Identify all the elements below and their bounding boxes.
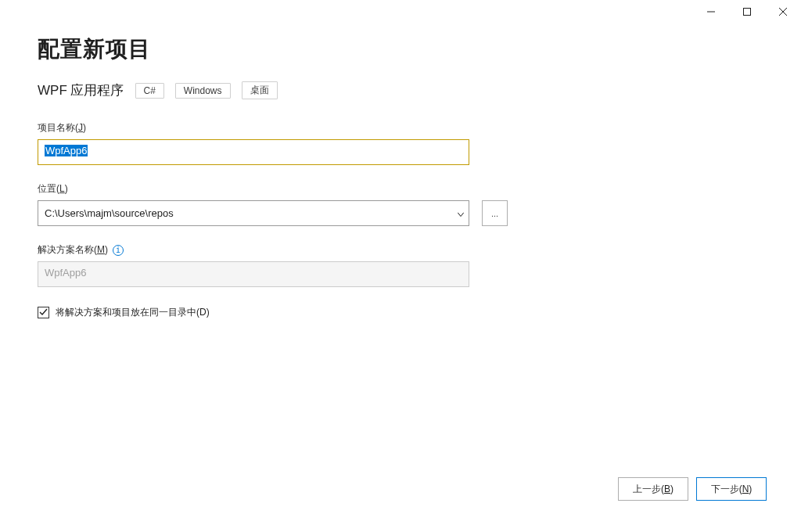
label-hotkey: M <box>97 244 105 255</box>
project-name-field: 项目名称(J) WpfApp6 <box>38 121 763 165</box>
subtitle-row: WPF 应用程序 C# Windows 桌面 <box>38 81 763 99</box>
maximize-icon <box>743 8 751 16</box>
location-row: C:\Users\majm\source\repos ... <box>38 200 763 226</box>
template-name: WPF 应用程序 <box>38 81 124 99</box>
tag-csharp: C# <box>135 83 164 99</box>
browse-button[interactable]: ... <box>482 200 508 226</box>
location-field: 位置(L) C:\Users\majm\source\repos ... <box>38 182 763 226</box>
close-button[interactable] <box>765 0 801 23</box>
location-label: 位置(L) <box>38 182 763 196</box>
page-title: 配置新项目 <box>38 34 763 64</box>
tag-desktop: 桌面 <box>242 81 278 99</box>
footer-buttons: 上一步(B) 下一步(N) <box>618 477 767 501</box>
label-text: 将解决方案和项目放在同一目录中( <box>56 307 199 318</box>
maximize-button[interactable] <box>729 0 765 23</box>
minimize-icon <box>707 8 715 16</box>
label-text-post: ) <box>207 307 210 318</box>
label-text: 解决方案名称( <box>38 244 97 255</box>
same-directory-label: 将解决方案和项目放在同一目录中(D) <box>56 306 210 319</box>
window-controls <box>693 0 801 23</box>
label-hotkey: D <box>199 307 207 318</box>
minimize-button[interactable] <box>693 0 729 23</box>
check-icon <box>39 308 48 317</box>
next-label-post: ) <box>749 483 752 494</box>
back-label-post: ) <box>670 483 673 494</box>
solution-name-input: WpfApp6 <box>38 261 469 287</box>
label-text-post: ) <box>65 183 68 194</box>
label-text-post: ) <box>83 122 86 133</box>
next-label-pre: 下一步( <box>711 483 742 496</box>
label-text-post: ) <box>105 244 108 255</box>
back-hotkey: B <box>664 483 670 494</box>
main-content: 配置新项目 WPF 应用程序 C# Windows 桌面 项目名称(J) Wpf… <box>38 27 763 319</box>
solution-name-label: 解决方案名称(M) <box>38 243 108 257</box>
label-hotkey: L <box>59 183 65 194</box>
project-name-value: WpfApp6 <box>45 145 88 156</box>
location-value: C:\Users\majm\source\repos <box>45 207 174 219</box>
browse-ellipsis: ... <box>491 209 498 218</box>
close-icon <box>779 8 787 16</box>
project-name-label: 项目名称(J) <box>38 121 763 135</box>
project-name-input[interactable]: WpfApp6 <box>38 139 469 165</box>
chevron-down-icon <box>458 207 464 219</box>
svg-rect-1 <box>744 9 751 16</box>
location-combobox[interactable]: C:\Users\majm\source\repos <box>38 200 469 226</box>
next-hotkey: N <box>742 483 749 494</box>
next-button[interactable]: 下一步(N) <box>696 477 767 501</box>
back-button[interactable]: 上一步(B) <box>618 477 688 501</box>
back-label-pre: 上一步( <box>633 483 664 496</box>
solution-name-field: 解决方案名称(M) i WpfApp6 <box>38 243 763 287</box>
same-directory-checkbox-row[interactable]: 将解决方案和项目放在同一目录中(D) <box>38 306 763 319</box>
solution-placeholder: WpfApp6 <box>45 267 86 279</box>
label-text: 位置( <box>38 183 59 194</box>
info-icon[interactable]: i <box>113 245 124 256</box>
label-text: 项目名称( <box>38 122 78 133</box>
solution-label-row: 解决方案名称(M) i <box>38 243 763 257</box>
same-directory-checkbox[interactable] <box>38 307 49 318</box>
tag-windows: Windows <box>175 83 231 99</box>
